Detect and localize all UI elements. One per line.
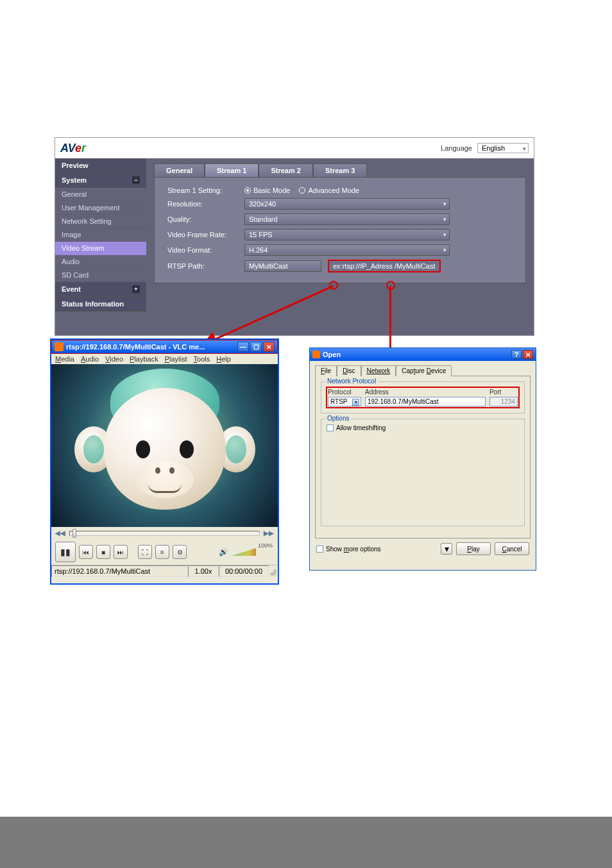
sidebar-preview[interactable]: Preview: [55, 158, 146, 173]
fieldset-legend: Options: [325, 415, 351, 422]
rewind-icon[interactable]: ◀◀: [55, 530, 65, 537]
sidebar-item-user-mgmt[interactable]: User Management: [55, 201, 146, 215]
app-header: AVer Language English ▾: [55, 138, 534, 158]
speaker-icon[interactable]: 🔊: [219, 547, 228, 556]
sidebar-system[interactable]: System −: [55, 173, 146, 188]
chevron-down-icon: ▾: [443, 231, 446, 238]
video-format-label: Video Format:: [167, 246, 244, 254]
frame-rate-dropdown[interactable]: 15 FPS▾: [244, 229, 450, 240]
protocol-label: Protocol: [328, 388, 361, 396]
network-inputs-row: Protocol RTSP▾ Address 192.168.0.7/MyMul…: [327, 387, 519, 408]
open-bottom-row: Show more options ▾ Play Cancel: [310, 538, 536, 559]
checkbox-icon: [327, 424, 334, 431]
vlc-cone-icon: [55, 342, 64, 351]
status-path: rtsp://192.168.0.7/MyMultiCast: [51, 565, 188, 577]
tab-stream3[interactable]: Stream 3: [313, 163, 367, 177]
prev-button[interactable]: ⏮: [79, 545, 93, 559]
resize-grip[interactable]: [269, 565, 278, 577]
allow-timeshifting-checkbox[interactable]: Allow timeshifting: [327, 424, 519, 431]
stop-button[interactable]: ■: [96, 545, 110, 559]
vlc-title: rtsp://192.168.0.7/MyMultiCast - VLC me.…: [66, 343, 235, 351]
open-titlebar[interactable]: Open ? ✕: [310, 348, 536, 361]
sidebar-item-image[interactable]: Image: [55, 228, 146, 242]
quality-label: Quality:: [167, 215, 244, 223]
tab-general[interactable]: General: [154, 163, 205, 177]
close-button[interactable]: ✕: [523, 350, 533, 359]
chevron-down-icon: ▾: [352, 399, 359, 406]
page-footer: [0, 817, 612, 868]
volume-indicator[interactable]: [232, 547, 256, 557]
sidebar-item-network[interactable]: Network Setting: [55, 215, 146, 228]
vlc-open-dialog: Open ? ✕ File Disc Network Capture Devic…: [309, 347, 536, 571]
show-more-options-checkbox[interactable]: Show more options: [316, 546, 381, 553]
sidebar-item-audio[interactable]: Audio: [55, 255, 146, 269]
open-tab-network[interactable]: Network: [361, 365, 396, 376]
seek-slider[interactable]: [69, 531, 260, 536]
fullscreen-button[interactable]: ⛶: [138, 545, 152, 559]
play-button[interactable]: Play: [456, 542, 491, 555]
chevron-down-icon: ▾: [443, 247, 446, 253]
settings-button[interactable]: ⚙: [173, 545, 187, 559]
radio-advanced-mode[interactable]: Advanced Mode: [299, 187, 359, 194]
quality-dropdown[interactable]: Standard▾: [244, 213, 450, 225]
radio-basic-mode[interactable]: Basic Mode: [244, 187, 290, 194]
port-input[interactable]: 1234: [489, 397, 518, 406]
protocol-dropdown[interactable]: RTSP▾: [328, 397, 361, 406]
tab-stream1[interactable]: Stream 1: [205, 163, 259, 177]
content-area: General Stream 1 Stream 2 Stream 3 Strea…: [146, 158, 534, 335]
vlc-menu-audio[interactable]: Audio: [81, 355, 99, 363]
resolution-dropdown[interactable]: 320x240▾: [244, 198, 450, 210]
minimize-button[interactable]: —: [237, 342, 249, 352]
status-time: 00:00/00:00: [219, 565, 269, 577]
chevron-down-icon: ▾: [443, 201, 446, 207]
open-tab-file[interactable]: File: [315, 365, 337, 376]
vlc-video-area[interactable]: [51, 364, 278, 527]
dropdown-extra-button[interactable]: ▾: [441, 543, 452, 555]
vlc-player-window: rtsp://192.168.0.7/MyMultiCast - VLC me.…: [50, 338, 279, 585]
volume-percent: 100%: [258, 542, 273, 549]
open-title: Open: [323, 351, 511, 358]
sidebar-event[interactable]: Event +: [55, 282, 146, 297]
chevron-down-icon: ▾: [443, 216, 446, 222]
rtsp-path-input[interactable]: MyMultiCast: [244, 260, 321, 272]
close-button[interactable]: ✕: [263, 342, 275, 352]
playlist-button[interactable]: ≡: [155, 545, 169, 559]
vlc-status-bar: rtsp://192.168.0.7/MyMultiCast 1.00x 00:…: [51, 565, 278, 577]
maximize-button[interactable]: ☐: [250, 342, 262, 352]
pause-button[interactable]: ▮▮: [55, 542, 76, 562]
sidebar-item-general[interactable]: General: [55, 188, 146, 201]
fast-forward-icon[interactable]: ▶▶: [264, 530, 274, 537]
sidebar-status-info[interactable]: Status Information: [55, 297, 146, 312]
sidebar-item-video-stream[interactable]: Video Stream: [55, 242, 146, 255]
cancel-button[interactable]: Cancel: [495, 542, 529, 555]
checkbox-icon: [316, 546, 323, 553]
resolution-label: Resolution:: [167, 200, 244, 208]
video-format-dropdown[interactable]: H.264▾: [244, 244, 450, 256]
vlc-menu-help[interactable]: Help: [216, 355, 231, 363]
language-dropdown[interactable]: English ▾: [477, 143, 529, 153]
seek-thumb[interactable]: [72, 529, 76, 538]
vlc-menu-tools[interactable]: Tools: [194, 355, 210, 363]
vlc-menu-playback[interactable]: Playback: [130, 355, 158, 363]
vlc-titlebar[interactable]: rtsp://192.168.0.7/MyMultiCast - VLC me.…: [51, 340, 278, 354]
radio-off-icon: [299, 187, 305, 194]
address-input[interactable]: 192.168.0.7/MyMultiCast: [365, 397, 486, 406]
sidebar-item-sdcard[interactable]: SD Card: [55, 269, 146, 282]
tab-stream2[interactable]: Stream 2: [259, 163, 312, 177]
chevron-down-icon: ▾: [523, 146, 526, 152]
rtsp-path-label: RTSP Path:: [167, 262, 244, 270]
radio-on-icon: [244, 187, 251, 194]
open-tab-disc[interactable]: Disc: [337, 365, 361, 376]
open-tab-capture[interactable]: Capture Device: [396, 365, 452, 376]
next-button[interactable]: ⏭: [114, 545, 128, 559]
vlc-menu-media[interactable]: Media: [55, 355, 74, 363]
help-button[interactable]: ?: [511, 350, 522, 359]
vlc-menubar: Media Audio Video Playback Playlist Tool…: [51, 354, 278, 364]
stream-tabs: General Stream 1 Stream 2 Stream 3: [154, 163, 526, 177]
rtsp-hint: ex:rtsp://IP_Adress /MyMultiCast: [328, 260, 441, 272]
vlc-seek-row: ◀◀ ▶▶: [51, 527, 278, 539]
vlc-menu-video[interactable]: Video: [105, 355, 123, 363]
vlc-menu-playlist[interactable]: Playlist: [165, 355, 187, 363]
status-rate: 1.00x: [188, 565, 219, 577]
annotation-circle: [329, 281, 338, 290]
